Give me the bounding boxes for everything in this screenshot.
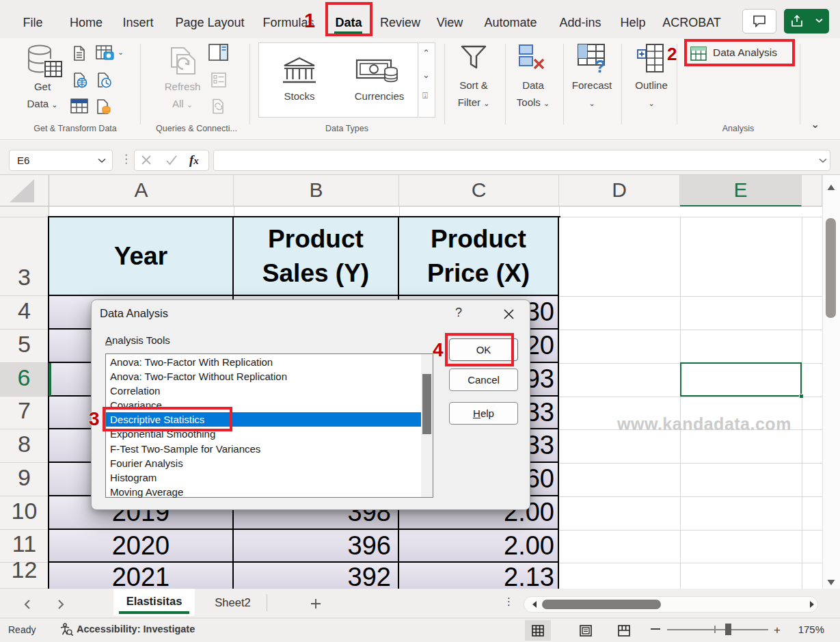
svg-text:?: ? <box>595 56 606 74</box>
